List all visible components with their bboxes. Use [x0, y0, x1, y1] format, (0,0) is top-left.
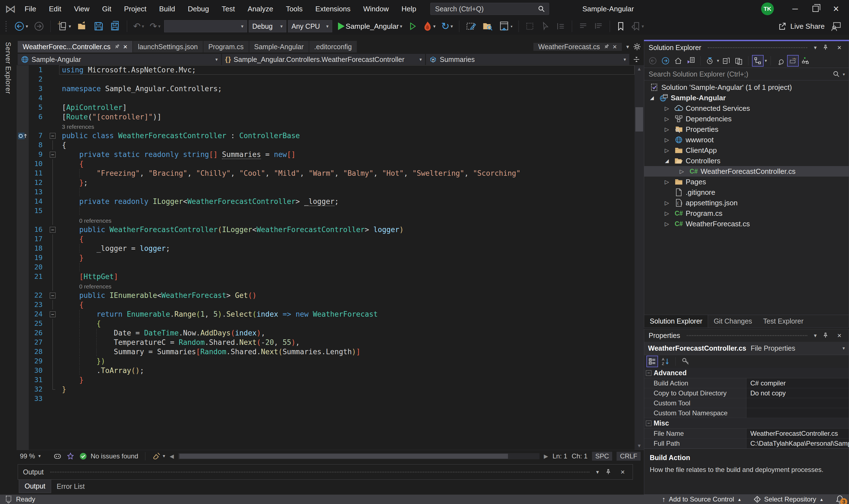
tree-chevron-icon[interactable]: ▷ — [661, 105, 672, 112]
line-ending-indicator[interactable]: CRLF — [617, 452, 640, 461]
solution-configuration-dropdown[interactable]: Debug▾ — [249, 20, 286, 32]
start-without-debugging-button[interactable] — [406, 20, 419, 33]
output-close-icon[interactable]: × — [618, 467, 628, 477]
line-number[interactable]: 24 — [29, 309, 47, 319]
glyph-margin[interactable] — [17, 300, 29, 309]
fold-margin[interactable] — [47, 253, 59, 263]
fold-margin[interactable] — [47, 366, 59, 375]
fold-margin[interactable] — [47, 216, 59, 225]
start-debugging-button[interactable]: Sample_Angular ▾ — [336, 20, 404, 33]
property-value[interactable]: C:\DataTylahKapa\Personal\Sample- — [746, 438, 849, 448]
glyph-margin[interactable] — [17, 272, 29, 281]
tree-item-solution-sample-angular-1-of-1-project-[interactable]: Solution 'Sample-Angular' (1 of 1 projec… — [644, 82, 849, 93]
breadcrumb-dropdown-caret[interactable]: ▾ — [215, 57, 218, 62]
navigate-home-button[interactable]: ▾ — [496, 20, 514, 33]
doc-tab-program-cs[interactable]: Program.cs — [203, 41, 249, 53]
breadcrumb-segment-0[interactable]: Sample-Angular▾ — [18, 54, 221, 65]
glyph-margin[interactable] — [17, 75, 29, 84]
line-number[interactable]: 20 — [29, 263, 47, 272]
glyph-margin[interactable] — [17, 281, 29, 291]
tab-close-icon[interactable]: × — [613, 43, 617, 50]
tree-item--gitignore[interactable]: .gitignore — [644, 187, 849, 198]
health-indicator[interactable]: No issues found — [79, 452, 138, 460]
minimize-button[interactable]: ─ — [785, 0, 805, 18]
glyph-margin[interactable] — [17, 291, 29, 300]
tree-item-clientapp[interactable]: ▷ClientApp — [644, 145, 849, 156]
undo-button[interactable]: ↶▾ — [131, 20, 146, 33]
fold-margin[interactable] — [47, 168, 59, 178]
properties-object-dropdown[interactable]: WeatherForecastController.cs File Proper… — [644, 342, 849, 355]
line-number[interactable]: 25 — [29, 319, 47, 328]
fold-margin[interactable] — [47, 357, 59, 366]
tree-item-appsettings-json[interactable]: ▷{ }appsettings.json — [644, 198, 849, 208]
glyph-margin[interactable] — [17, 225, 29, 234]
line-number[interactable]: 29 — [29, 357, 47, 366]
fold-margin[interactable] — [47, 300, 59, 309]
glyph-margin[interactable] — [17, 328, 29, 338]
server-explorer-vertical-tab[interactable]: Server Explorer — [4, 42, 12, 94]
line-number[interactable]: 4 — [29, 93, 47, 103]
menu-test[interactable]: Test — [215, 0, 241, 18]
save-button[interactable] — [91, 20, 106, 33]
collapse-group-icon[interactable]: − — [646, 370, 651, 376]
copilot-icon[interactable] — [53, 452, 62, 461]
glyph-margin[interactable] — [17, 131, 29, 140]
menu-edit[interactable]: Edit — [42, 0, 68, 18]
glyph-margin[interactable] — [17, 197, 29, 206]
panel-tab-git-changes[interactable]: Git Changes — [708, 315, 758, 327]
tree-item-weatherforecastcontroller-cs[interactable]: ▷C#WeatherForecastController.cs — [644, 166, 849, 177]
fold-margin[interactable]: − — [47, 291, 59, 300]
vertical-scrollbar-thumb[interactable] — [635, 107, 643, 131]
document-list-dropdown[interactable]: ▾ — [626, 44, 629, 50]
output-pin-icon[interactable] — [603, 467, 613, 477]
indent-button[interactable] — [554, 20, 568, 33]
glyph-margin[interactable] — [17, 103, 29, 112]
glyph-margin[interactable] — [17, 216, 29, 225]
fold-margin[interactable] — [47, 140, 59, 150]
new-project-button[interactable]: ▾ — [55, 20, 73, 33]
menu-project[interactable]: Project — [118, 0, 153, 18]
fold-margin[interactable] — [47, 328, 59, 338]
properties-pin-icon[interactable] — [820, 330, 830, 340]
fold-margin[interactable] — [47, 65, 59, 75]
line-number[interactable]: 30 — [29, 366, 47, 375]
tab-close-icon[interactable]: × — [123, 43, 127, 50]
line-number[interactable]: 32 — [29, 385, 47, 394]
doc-tab-launchsettings-json[interactable]: launchSettings.json — [133, 41, 203, 53]
glyph-margin[interactable] — [17, 366, 29, 375]
se-add-item-button[interactable] — [800, 55, 811, 67]
startup-config-dropdown[interactable]: ▾ — [164, 20, 247, 32]
hscroll-left-arrow[interactable]: ◀ — [170, 453, 174, 460]
line-number[interactable]: 9 — [29, 150, 47, 159]
line-number[interactable]: 15 — [29, 206, 47, 216]
comment-button[interactable] — [576, 20, 590, 33]
edit-in-designer-button[interactable] — [464, 20, 478, 33]
breadcrumb-dropdown-caret[interactable]: ▾ — [624, 57, 626, 62]
tree-chevron-icon[interactable]: ▷ — [661, 220, 672, 227]
vertical-scrollbar[interactable]: ▲ ▼ — [634, 65, 644, 450]
doc-tab-weatherforecast-cs[interactable]: WeatherForecast.cs× — [534, 43, 622, 51]
glyph-margin[interactable] — [17, 309, 29, 319]
tree-chevron-icon[interactable]: ▷ — [661, 147, 672, 154]
breadcrumb-segment-2[interactable]: Summaries▾ — [426, 54, 629, 65]
redo-button[interactable]: ↷▾ — [148, 20, 162, 33]
panel-tab-solution-explorer[interactable]: Solution Explorer — [644, 315, 708, 327]
line-number[interactable]: 27 — [29, 338, 47, 347]
tree-chevron-icon[interactable]: ▷ — [661, 115, 672, 122]
codelens-references[interactable]: 3 references — [62, 124, 94, 130]
fold-margin[interactable] — [47, 375, 59, 385]
properties-menu[interactable]: ▾ — [814, 333, 817, 338]
fold-margin[interactable] — [47, 122, 59, 131]
property-row-build-action[interactable]: Build ActionC# compiler — [644, 378, 849, 388]
find-in-files-button[interactable] — [480, 20, 495, 33]
line-number[interactable]: 18 — [29, 244, 47, 253]
glyph-margin[interactable] — [17, 93, 29, 103]
fold-margin[interactable] — [47, 272, 59, 281]
fold-margin[interactable] — [47, 178, 59, 187]
fold-margin[interactable]: − — [47, 225, 59, 234]
solution-explorer-menu[interactable]: ▾ — [814, 45, 817, 50]
fold-margin[interactable]: − — [47, 131, 59, 140]
fold-margin[interactable] — [47, 244, 59, 253]
quick-search-input[interactable] — [434, 5, 538, 13]
props-alphabetical-button[interactable]: AZ — [660, 356, 671, 367]
